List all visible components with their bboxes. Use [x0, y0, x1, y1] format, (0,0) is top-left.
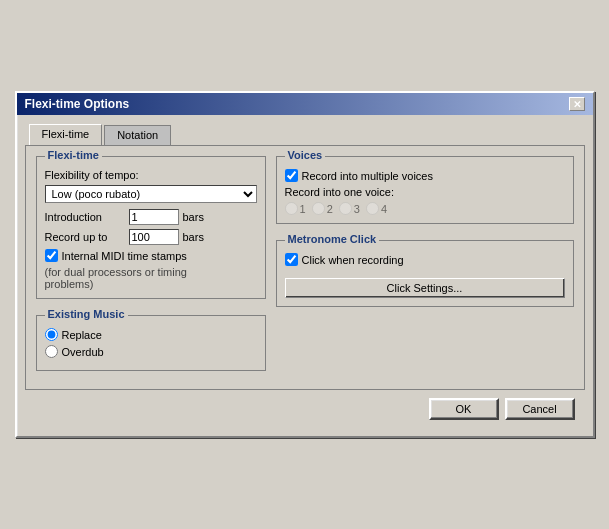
voice-4-label: 4: [381, 203, 387, 215]
dialog-title: Flexi-time Options: [25, 97, 130, 111]
title-bar: Flexi-time Options ✕: [17, 93, 593, 115]
replace-radio[interactable]: [45, 328, 58, 341]
voice-2-label: 2: [327, 203, 333, 215]
title-bar-buttons: ✕: [569, 97, 585, 111]
voice-4-radio[interactable]: [366, 202, 379, 215]
midi-timestamps-label: Internal MIDI time stamps: [62, 250, 187, 262]
left-column: Flexi-time Flexibility of tempo: Low (po…: [36, 156, 266, 379]
overdub-row: Overdub: [45, 345, 257, 358]
cancel-button[interactable]: Cancel: [505, 398, 575, 420]
voices-group: Voices Record into multiple voices Recor…: [276, 156, 574, 224]
midi-timestamps-row: Internal MIDI time stamps: [45, 249, 257, 262]
main-panel: Flexi-time Flexibility of tempo: Low (po…: [25, 145, 585, 390]
voices-radio-group: 1 2 3 4: [285, 202, 565, 215]
tab-flexitime[interactable]: Flexi-time: [29, 124, 103, 145]
dropdown-row: Low (poco rubato) Medium High Fixed temp…: [45, 185, 257, 203]
voice-2-radio[interactable]: [312, 202, 325, 215]
voice-1-label: 1: [300, 203, 306, 215]
overdub-radio[interactable]: [45, 345, 58, 358]
existing-music-title: Existing Music: [45, 308, 128, 320]
click-when-recording-row: Click when recording: [285, 253, 565, 266]
flexibility-dropdown[interactable]: Low (poco rubato) Medium High Fixed temp…: [45, 185, 257, 203]
midi-timestamps-checkbox[interactable]: [45, 249, 58, 262]
dialog-window: Flexi-time Options ✕ Flexi-time Notation…: [15, 91, 595, 438]
dialog-content: Flexi-time Notation Flexi-time Flexibili…: [17, 115, 593, 436]
flexitime-group: Flexi-time Flexibility of tempo: Low (po…: [36, 156, 266, 299]
bottom-bar: OK Cancel: [25, 390, 585, 428]
existing-music-group: Existing Music Replace Overdub: [36, 315, 266, 371]
voice-1-item: 1: [285, 202, 306, 215]
record-one-label-row: Record into one voice:: [285, 186, 565, 198]
voice-2-item: 2: [312, 202, 333, 215]
tabs-container: Flexi-time Notation: [25, 123, 585, 145]
introduction-unit: bars: [183, 211, 204, 223]
ok-button[interactable]: OK: [429, 398, 499, 420]
replace-row: Replace: [45, 328, 257, 341]
click-when-recording-checkbox[interactable]: [285, 253, 298, 266]
voice-4-item: 4: [366, 202, 387, 215]
voice-3-label: 3: [354, 203, 360, 215]
record-up-to-row: Record up to bars: [45, 229, 257, 245]
metronome-group-title: Metronome Click: [285, 233, 380, 245]
metronome-click-group: Metronome Click Click when recording Cli…: [276, 240, 574, 307]
record-up-to-label: Record up to: [45, 231, 125, 243]
record-multiple-label: Record into multiple voices: [302, 170, 433, 182]
replace-label: Replace: [62, 329, 102, 341]
flexibility-label: Flexibility of tempo:: [45, 169, 257, 181]
introduction-input[interactable]: [129, 209, 179, 225]
voice-1-radio[interactable]: [285, 202, 298, 215]
voice-3-item: 3: [339, 202, 360, 215]
record-up-to-input[interactable]: [129, 229, 179, 245]
voices-group-title: Voices: [285, 149, 326, 161]
close-button[interactable]: ✕: [569, 97, 585, 111]
click-settings-button[interactable]: Click Settings...: [285, 278, 565, 298]
introduction-label: Introduction: [45, 211, 125, 223]
note-text: (for dual processors or timing problems): [45, 266, 257, 290]
click-when-recording-label: Click when recording: [302, 254, 404, 266]
flexitime-group-title: Flexi-time: [45, 149, 102, 161]
record-multiple-checkbox[interactable]: [285, 169, 298, 182]
voice-3-radio[interactable]: [339, 202, 352, 215]
introduction-row: Introduction bars: [45, 209, 257, 225]
tab-notation[interactable]: Notation: [104, 125, 171, 145]
record-up-to-unit: bars: [183, 231, 204, 243]
overdub-label: Overdub: [62, 346, 104, 358]
right-column: Voices Record into multiple voices Recor…: [276, 156, 574, 379]
record-multiple-row: Record into multiple voices: [285, 169, 565, 182]
